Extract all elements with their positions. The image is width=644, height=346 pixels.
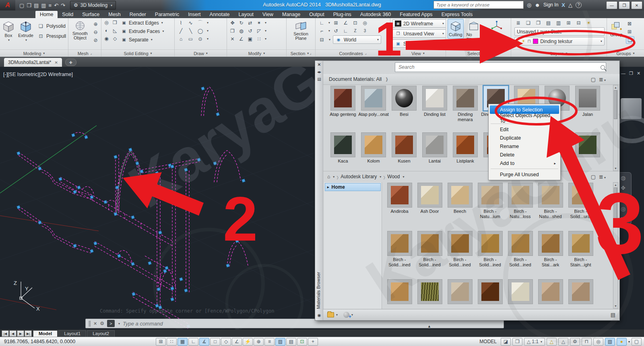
context-menu-item[interactable]: Duplicate: [489, 134, 560, 142]
ucs-combo[interactable]: ◉ World▾: [333, 35, 381, 44]
library-material-item[interactable]: Birch - Solid...ined: [505, 231, 535, 268]
create-material-button[interactable]: ▾: [343, 312, 353, 318]
lib-list-view-icon[interactable]: ≣▾: [599, 174, 606, 180]
ribbon-tab[interactable]: Render: [125, 11, 151, 18]
ribbon-tab[interactable]: Solid: [58, 11, 78, 18]
mirror3d-icon[interactable]: ∠: [237, 35, 245, 42]
library-materials-scrollbar[interactable]: ▲▼: [613, 182, 618, 309]
breadcrumb-category[interactable]: Wood: [387, 174, 400, 179]
quickprops-toggle[interactable]: ▤: [286, 338, 296, 346]
drawing-close-icon[interactable]: ✕: [637, 71, 640, 76]
ribbon-tab[interactable]: Manage: [278, 11, 305, 18]
command-customize-icon[interactable]: ⚙: [100, 321, 104, 326]
material-item[interactable]: Lantai: [419, 132, 450, 164]
drawing-quickview-icon[interactable]: ❐: [512, 338, 522, 346]
statusbar-gear-icon[interactable]: ⚙: [570, 338, 580, 346]
circle-icon[interactable]: ◯: [196, 27, 204, 34]
layer-off-icon[interactable]: ⊟: [575, 19, 582, 26]
layer-isolate-icon[interactable]: ▤: [545, 19, 552, 26]
align-icon[interactable]: ⇄: [246, 19, 254, 26]
ucs-prev-icon[interactable]: ↺: [332, 27, 340, 34]
intersect-icon[interactable]: ◉: [103, 35, 110, 42]
layout-quickview-icon[interactable]: ◪: [501, 338, 511, 346]
library-material-item[interactable]: Ash Door: [415, 183, 445, 219]
culling-button[interactable]: Culling: [448, 19, 464, 39]
polar-toggle[interactable]: ∡: [199, 338, 209, 346]
help-icon[interactable]: ?: [576, 2, 582, 8]
ucs-z-icon[interactable]: Z: [351, 27, 359, 34]
layout-tab[interactable]: Model: [33, 330, 58, 337]
steering-wheel-icon[interactable]: ◍: [621, 175, 625, 181]
ribbon-tab[interactable]: Autodesk 360: [356, 11, 395, 18]
ribbon-tab[interactable]: Home: [35, 11, 58, 18]
library-material-item[interactable]: [535, 279, 566, 309]
showmotion-icon[interactable]: ▦: [620, 216, 625, 222]
lineweight-toggle[interactable]: ≡: [264, 338, 275, 346]
viewport-controls-label[interactable]: [-][SE Isometric][2D Wireframe]: [3, 72, 73, 77]
ribbon-tab[interactable]: Plug-ins: [329, 11, 356, 18]
exchange-apps-icon[interactable]: X: [561, 2, 565, 8]
panel-footer-modeling[interactable]: Modeling▾: [0, 49, 68, 57]
rotate3d-icon[interactable]: ↻: [237, 19, 245, 26]
layout-tab[interactable]: Layout2: [87, 330, 115, 337]
annotation-scale-button[interactable]: △ 1:1▾: [524, 338, 545, 346]
fillet-edge-icon[interactable]: ◺: [111, 27, 119, 34]
viewcube[interactable]: [621, 98, 642, 119]
layer-prev-icon[interactable]: ❐: [535, 19, 542, 26]
ucs-icon-toggle[interactable]: ⊟: [318, 36, 326, 43]
panel-footer-solid-editing[interactable]: Solid Editing▾: [101, 49, 174, 57]
ducs-toggle[interactable]: ⚡: [243, 338, 253, 346]
layer-freeze-icon[interactable]: ⊞: [565, 19, 572, 26]
ribbon-tab[interactable]: Layout: [234, 11, 258, 18]
doc-thumbnail-view-icon[interactable]: ▢: [591, 76, 596, 82]
search-topics-icon[interactable]: ◎: [527, 2, 531, 8]
ribbon-tab[interactable]: Express Tools: [437, 11, 477, 18]
last-layout-icon[interactable]: ▶|: [25, 330, 32, 337]
model-space-button[interactable]: MODEL: [477, 339, 499, 344]
panel-footer-layers[interactable]: Layers▾: [511, 49, 607, 57]
group-edit-icon[interactable]: ⊞: [626, 28, 634, 35]
move-icon[interactable]: ✥: [229, 19, 236, 26]
sphere-map-icon[interactable]: ◍: [237, 27, 245, 34]
extrude-button[interactable]: Extrude▾: [17, 19, 35, 43]
library-material-item[interactable]: [475, 279, 505, 309]
ucs-3p-icon[interactable]: 3: [361, 27, 369, 34]
osnap-toggle[interactable]: □: [210, 338, 220, 346]
ucs-named-icon[interactable]: ⊞: [332, 19, 340, 26]
spline-icon[interactable]: ∿: [187, 19, 194, 26]
material-item[interactable]: Listplank: [450, 132, 481, 164]
context-menu-item[interactable]: Purge All Unused: [489, 170, 560, 179]
box-button[interactable]: Box▾: [1, 19, 16, 43]
close-button[interactable]: ✕: [631, 1, 642, 9]
polysolid-button[interactable]: ❏Polysolid: [36, 22, 67, 30]
layer-combo[interactable]: ● ☀ ⊓ Dinding tekstur▾: [514, 37, 605, 45]
prev-layout-icon[interactable]: ◀: [9, 330, 17, 337]
sign-in-button[interactable]: Sign In: [543, 2, 558, 8]
ribbon-tab[interactable]: Featured Apps: [395, 11, 437, 18]
autodesk360-icon[interactable]: △: [568, 2, 572, 8]
layout-tab[interactable]: Layout1: [58, 330, 86, 337]
library-material-item[interactable]: Birch - Solid...ined: [415, 231, 445, 268]
solid-editing-button[interactable]: ▣Extract Edges▾: [120, 19, 165, 26]
slice-icon[interactable]: ❒: [111, 19, 119, 26]
selectioncycling-toggle[interactable]: ⊡: [297, 338, 307, 346]
ribbon-tab[interactable]: Annotate: [205, 11, 234, 18]
ribbon-tab[interactable]: Surface: [78, 11, 104, 18]
mesh-crease-icon[interactable]: ⊖: [92, 29, 99, 35]
erase-icon[interactable]: ✕: [229, 35, 236, 42]
manage-library-button[interactable]: ▾: [327, 312, 338, 317]
panel-footer-draw[interactable]: Draw▾: [175, 49, 227, 57]
ellipse-icon[interactable]: ⊙: [196, 35, 204, 42]
layer-unlock-icon[interactable]: ⊓: [528, 39, 531, 44]
otrack-toggle[interactable]: ∠: [232, 338, 242, 346]
xline-icon[interactable]: ╲: [187, 27, 194, 34]
ucs-view-icon[interactable]: ◎: [361, 19, 369, 26]
file-tab-close-icon[interactable]: ✕: [54, 60, 58, 65]
annotation-visibility-icon[interactable]: △: [547, 338, 557, 346]
lightbulb-icon[interactable]: ●: [617, 338, 627, 346]
material-item[interactable]: Dinding menara: [450, 86, 481, 122]
solid-editing-button[interactable]: ▣Separate▾: [120, 36, 165, 43]
ribbon-tab[interactable]: Insert: [184, 11, 205, 18]
next-layout-icon[interactable]: ▶: [17, 330, 24, 337]
scale-icon[interactable]: ▣: [246, 35, 254, 42]
